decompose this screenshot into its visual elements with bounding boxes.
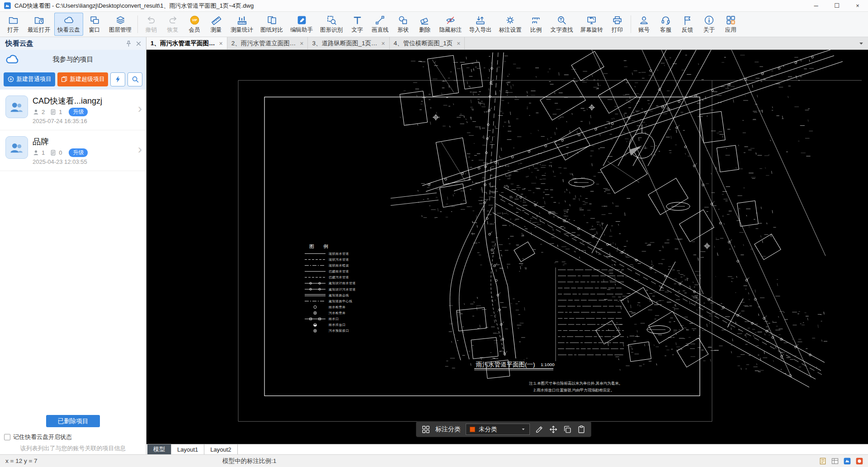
- toolbar-button-import-export[interactable]: 导入导出: [466, 13, 495, 36]
- upgrade-badge[interactable]: 升级: [69, 148, 88, 157]
- toolbar-button-recent[interactable]: 最近打开: [24, 13, 53, 36]
- toolbar-separator: [137, 15, 138, 33]
- edit-assistant-icon: [297, 15, 307, 25]
- toolbar-label: 账号: [638, 26, 650, 34]
- project-item[interactable]: CAD快速看...iangzj21升级2025-07-24 16:35:16›: [0, 90, 146, 130]
- drawing-canvas[interactable]: 现状雨水管道现状污水管道现状雨水暗渠已建雨水管道已建污水管道规划设计雨水管道规划…: [146, 50, 868, 444]
- doc-tab-4[interactable]: 4、管位横断面图_1页×: [390, 37, 465, 49]
- drawing-count: 1: [59, 109, 62, 115]
- project-avatar: [5, 95, 28, 118]
- legend-item: 雨水检查井: [314, 305, 345, 309]
- panel-title: 快看云盘: [5, 39, 33, 48]
- edit-annotation-icon[interactable]: [535, 425, 544, 434]
- deleted-projects-button[interactable]: 已删除项目: [46, 415, 100, 427]
- table-icon[interactable]: [831, 457, 839, 465]
- close-button[interactable]: ×: [847, 0, 868, 11]
- toolbar-button-vip[interactable]: VIP会员: [184, 13, 205, 36]
- toolbar-label: 测量统计: [231, 26, 253, 34]
- toolbar-button-ruler-stats[interactable]: 测量统计: [227, 13, 256, 36]
- tab-close-icon[interactable]: ×: [457, 40, 460, 47]
- tab-layout1[interactable]: Layout1: [171, 444, 204, 454]
- doc-tab-2[interactable]: 2、雨污水管道立面图…×: [227, 37, 308, 49]
- quick-transfer-button[interactable]: [110, 72, 125, 86]
- account-icon: [639, 15, 649, 25]
- toolbar-button-screen-rotate[interactable]: 屏幕旋转: [577, 13, 606, 36]
- app-orange-icon[interactable]: [855, 457, 863, 465]
- toolbar-label: 恢复: [167, 26, 179, 34]
- copy-icon[interactable]: [563, 425, 572, 434]
- project-name: CAD快速看...iangzj: [33, 95, 102, 106]
- pin-icon[interactable]: [125, 40, 132, 48]
- toolbar-label: 最近打开: [28, 26, 50, 34]
- toolbar-button-line[interactable]: 画直线: [368, 13, 392, 36]
- minimize-button[interactable]: ─: [806, 0, 826, 11]
- tab-close-icon[interactable]: ×: [219, 40, 223, 47]
- move-icon[interactable]: [549, 425, 558, 434]
- notepad-icon[interactable]: [819, 457, 827, 465]
- cloud-drive-icon: [5, 52, 19, 66]
- toolbar-button-print[interactable]: 打印: [607, 13, 628, 36]
- tab-list-dropdown-button[interactable]: [854, 37, 868, 49]
- toolbar-button-layers[interactable]: 图层管理: [106, 13, 135, 36]
- eraser-icon: [420, 15, 430, 25]
- layers-icon: [115, 15, 126, 25]
- toolbar-button-folder-open[interactable]: 打开: [3, 13, 24, 36]
- vip-icon: VIP: [189, 15, 200, 25]
- toolbar-button-compare[interactable]: 图纸对比: [257, 13, 286, 36]
- toolbar-button-edit-assistant[interactable]: 编辑助手: [287, 13, 316, 36]
- toolbar-button-apps[interactable]: 应用: [721, 13, 741, 36]
- support-icon: [660, 15, 671, 25]
- toolbar-button-shape-recognize[interactable]: 图形识别: [317, 13, 346, 36]
- remember-label: 记住快看云盘开启状态: [13, 433, 72, 441]
- tab-model[interactable]: 模型: [147, 444, 171, 454]
- ruler-icon: [211, 15, 222, 25]
- toolbar-label: 编辑助手: [290, 26, 313, 34]
- toolbar-button-hide-annotation[interactable]: 隐藏标注: [436, 13, 465, 36]
- doc-tab-label: 2、雨污水管道立面图…: [231, 39, 296, 48]
- annotation-grid-icon[interactable]: [421, 425, 430, 434]
- new-project-button[interactable]: 新建普通项目: [4, 72, 55, 86]
- cad-drawing[interactable]: 现状雨水管道现状污水管道现状雨水暗渠已建雨水管道已建污水管道规划设计雨水管道规划…: [146, 50, 868, 444]
- maximize-button[interactable]: ☐: [826, 0, 847, 11]
- new-super-project-button[interactable]: 新建超级项目: [57, 72, 108, 86]
- toolbar-button-ruler[interactable]: 测量: [206, 13, 226, 36]
- toolbar-button-shapes[interactable]: 形状: [393, 13, 414, 36]
- apps-icon: [726, 15, 736, 25]
- toolbar-button-flag[interactable]: 反馈: [677, 13, 698, 36]
- paste-icon[interactable]: [577, 425, 586, 434]
- toolbar-label: 客服: [660, 26, 671, 34]
- remember-checkbox[interactable]: [4, 434, 10, 440]
- toolbar-label: 标注设置: [499, 26, 522, 34]
- toolbar-button-about[interactable]: 关于: [699, 13, 720, 36]
- toolbar-button-redo: 恢复: [162, 13, 183, 36]
- search-icon: [131, 75, 139, 83]
- app-blue-icon[interactable]: [843, 457, 851, 465]
- drawing-note-1: 注:1.本图尺寸单位除标高以米为单位外,其余均为毫米。: [529, 381, 623, 386]
- tab-close-icon[interactable]: ×: [300, 40, 303, 47]
- toolbar-label: 导入导出: [469, 26, 492, 34]
- search-project-button[interactable]: [127, 72, 142, 86]
- toolbar-button-annotation-settings[interactable]: 标注设置: [496, 13, 525, 36]
- project-date: 2025-04-23 12:03:55: [33, 158, 88, 165]
- category-select[interactable]: 未分类: [466, 424, 530, 435]
- doc-tab-1[interactable]: 1、雨污水管道平面图…×: [146, 37, 227, 49]
- drawings-icon: [50, 109, 57, 115]
- toolbar-button-text-search[interactable]: 文字查找: [547, 13, 576, 36]
- tab-close-icon[interactable]: ×: [381, 40, 385, 47]
- toolbar-button-eraser[interactable]: 删除: [415, 13, 435, 36]
- doc-tab-3[interactable]: 3、道路纵断面图_1页…×: [308, 37, 389, 49]
- upgrade-badge[interactable]: 升级: [69, 108, 88, 116]
- toolbar-button-account[interactable]: 账号: [634, 13, 655, 36]
- project-item[interactable]: 品牌10升级2025-04-23 12:03:55›: [0, 130, 146, 171]
- project-avatar: [5, 136, 28, 159]
- folder-open-icon: [8, 15, 19, 25]
- toolbar-button-support[interactable]: 客服: [656, 13, 676, 36]
- toolbar-button-scale[interactable]: 比例: [526, 13, 547, 36]
- toolbar-button-cloud[interactable]: 快看云盘: [54, 13, 83, 36]
- tab-layout2[interactable]: Layout2: [204, 444, 237, 454]
- toolbar-button-window[interactable]: 窗口: [84, 13, 105, 36]
- toolbar-button-text[interactable]: 文字: [347, 13, 368, 36]
- members-icon: [33, 149, 39, 156]
- panel-close-icon[interactable]: [135, 40, 142, 48]
- toolbar-label: 屏幕旋转: [580, 26, 603, 34]
